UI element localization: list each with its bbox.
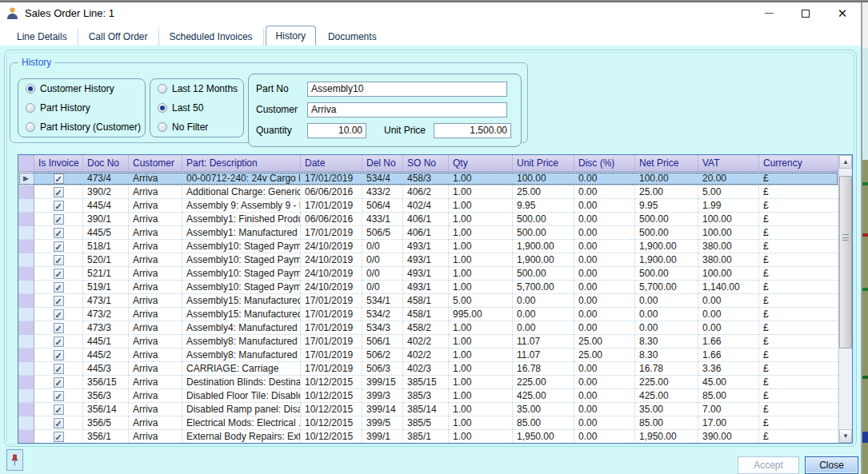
table-row[interactable]: ✓518/1ArrivaAssembly10: Staged Payme...2… — [18, 240, 838, 253]
row-selector[interactable] — [18, 199, 34, 213]
row-selector[interactable] — [18, 213, 34, 226]
scroll-up-button[interactable]: ▲ — [839, 155, 852, 169]
row-selector[interactable] — [18, 362, 34, 376]
column-header-is-invoice[interactable]: Is Invoice — [34, 155, 83, 172]
checkbox-checked-icon[interactable]: ✓ — [54, 228, 64, 238]
checkbox-checked-icon[interactable]: ✓ — [54, 364, 64, 374]
checkbox-checked-icon[interactable]: ✓ — [54, 269, 64, 279]
tab-line-details[interactable]: Line Details — [6, 29, 78, 46]
column-header-part-description[interactable]: Part: Description — [182, 155, 301, 172]
row-selector[interactable] — [18, 308, 34, 321]
column-header-doc-no[interactable]: Doc No — [83, 155, 129, 172]
table-row[interactable]: ✓445/5ArrivaAssembly1: Manufactured it..… — [18, 226, 838, 240]
row-selector[interactable] — [18, 281, 34, 294]
table-row[interactable]: ✓519/1ArrivaAssembly10: Staged Payme...2… — [18, 281, 838, 294]
tab-call-off-order[interactable]: Call Off Order — [78, 29, 159, 46]
row-selector[interactable] — [18, 321, 34, 335]
row-selector[interactable] — [18, 430, 34, 443]
table-row[interactable]: ✓445/4ArrivaAssembly 9: Assembly 9 - M..… — [18, 199, 838, 213]
radio-last-12-months[interactable]: Last 12 Months — [150, 79, 243, 98]
customer-field[interactable]: Arriva — [307, 102, 507, 118]
table-row[interactable]: ✓520/1ArrivaAssembly10: Staged Payme...2… — [18, 253, 838, 267]
row-selector[interactable] — [18, 267, 34, 281]
column-header-vat[interactable]: VAT — [698, 155, 759, 172]
table-row[interactable]: ✓356/14ArrivaDisabled Ramp panel: Disa..… — [18, 403, 838, 416]
row-selector[interactable] — [18, 349, 34, 362]
tab-documents[interactable]: Documents — [318, 29, 387, 46]
row-selector[interactable]: ▶ — [18, 172, 34, 185]
table-row[interactable]: ✓356/5ArrivaElectrical Mods: Electrical … — [18, 416, 838, 430]
close-button[interactable]: Close — [805, 456, 858, 474]
checkbox-checked-icon[interactable]: ✓ — [54, 404, 64, 415]
close-window-button[interactable]: ✕ — [824, 2, 861, 24]
checkbox-checked-icon[interactable]: ✓ — [54, 418, 64, 428]
checkbox-checked-icon[interactable]: ✓ — [54, 432, 64, 442]
table-row[interactable]: ✓445/3ArrivaCARRIAGE: Carriage17/01/2019… — [18, 362, 838, 376]
row-selector[interactable] — [18, 403, 34, 416]
checkbox-checked-icon[interactable]: ✓ — [54, 391, 64, 401]
row-selector[interactable] — [18, 294, 34, 308]
checkbox-checked-icon[interactable]: ✓ — [54, 214, 64, 225]
checkbox-checked-icon[interactable]: ✓ — [54, 241, 64, 252]
checkbox-checked-icon[interactable]: ✓ — [54, 296, 64, 306]
checkbox-checked-icon[interactable]: ✓ — [54, 173, 64, 184]
minimize-button[interactable] — [750, 2, 787, 24]
row-selector[interactable] — [18, 226, 34, 240]
table-row[interactable]: ✓356/3ArrivaDisabled Floor Tile: Disable… — [18, 389, 838, 403]
row-selector[interactable] — [18, 185, 34, 199]
column-header-del-no[interactable]: Del No — [362, 155, 403, 172]
checkbox-checked-icon[interactable]: ✓ — [54, 187, 64, 197]
table-row[interactable]: ▶✓473/4Arriva00-00712-240: 24v Cargo L..… — [18, 172, 838, 185]
radio-last-50[interactable]: Last 50 — [150, 98, 243, 118]
checkbox-checked-icon[interactable]: ✓ — [54, 377, 64, 388]
grid-vertical-scrollbar[interactable]: ▲ ▼ — [838, 155, 852, 443]
maximize-button[interactable] — [787, 2, 824, 24]
checkbox-checked-icon[interactable]: ✓ — [54, 282, 64, 293]
pin-button[interactable] — [6, 449, 23, 471]
column-header-disc[interactable]: Disc (%) — [574, 155, 635, 172]
table-row[interactable]: ✓473/2ArrivaAssembly15: Manufactured ...… — [18, 308, 838, 321]
radio-no-filter[interactable]: No Filter — [150, 118, 243, 137]
accept-button[interactable]: Accept — [738, 456, 799, 474]
quantity-field[interactable]: 10.00 — [307, 123, 366, 138]
row-selector[interactable] — [18, 335, 34, 349]
table-row[interactable]: ✓473/3ArrivaAssembly4: Manufactured it..… — [18, 321, 838, 335]
part-no-field[interactable]: Assembly10 — [307, 82, 507, 97]
radio-part-history-customer[interactable]: Part History (Customer) — [18, 118, 145, 137]
table-row[interactable]: ✓390/1ArrivaAssembly1: Finished Produ...… — [18, 213, 838, 226]
table-row[interactable]: ✓445/2ArrivaAssembly8: Manufactured it..… — [18, 349, 838, 362]
row-selector[interactable] — [18, 416, 34, 430]
table-row[interactable]: ✓356/15ArrivaDestination Blinds: Destina… — [18, 376, 838, 389]
unit-price-field[interactable]: 1,500.00 — [434, 123, 511, 138]
tab-scheduled-invoices[interactable]: Scheduled Invoices — [159, 29, 264, 46]
column-header-qty[interactable]: Qty — [449, 155, 513, 172]
column-header-net-price[interactable]: Net Price — [635, 155, 698, 172]
cell: 1,950.00 — [635, 430, 698, 443]
radio-part-history[interactable]: Part History — [18, 98, 145, 118]
row-selector[interactable] — [18, 376, 34, 389]
column-header-unit-price[interactable]: Unit Price — [513, 155, 574, 172]
scroll-down-button[interactable]: ▼ — [839, 429, 852, 443]
tab-history[interactable]: History — [266, 26, 316, 46]
table-row[interactable]: ✓356/1ArrivaExternal Body Repairs: Exte.… — [18, 430, 838, 443]
column-header-customer[interactable]: Customer — [129, 155, 182, 172]
column-header-so-no[interactable]: SO No — [403, 155, 449, 172]
radio-customer-history[interactable]: Customer History — [18, 79, 145, 98]
row-selector[interactable] — [18, 240, 34, 253]
column-header-date[interactable]: Date — [301, 155, 362, 172]
scroll-thumb[interactable] — [839, 176, 852, 349]
checkbox-checked-icon[interactable]: ✓ — [54, 350, 64, 360]
title-bar[interactable]: Sales Order Line: 1 ✕ — [0, 2, 861, 24]
table-row[interactable]: ✓521/1ArrivaAssembly10: Staged Payme...2… — [18, 267, 838, 281]
checkbox-checked-icon[interactable]: ✓ — [54, 255, 64, 265]
checkbox-checked-icon[interactable]: ✓ — [54, 323, 64, 333]
row-selector[interactable] — [18, 253, 34, 267]
checkbox-checked-icon[interactable]: ✓ — [54, 337, 64, 347]
column-header-currency[interactable]: Currency — [759, 155, 838, 172]
table-row[interactable]: ✓473/1ArrivaAssembly15: Manufactured ...… — [18, 294, 838, 308]
row-selector[interactable] — [18, 389, 34, 403]
checkbox-checked-icon[interactable]: ✓ — [54, 309, 64, 320]
table-row[interactable]: ✓390/2ArrivaAdditional Charge: Generic .… — [18, 185, 838, 199]
table-row[interactable]: ✓445/1ArrivaAssembly8: Manufactured it..… — [18, 335, 838, 349]
checkbox-checked-icon[interactable]: ✓ — [54, 201, 64, 211]
